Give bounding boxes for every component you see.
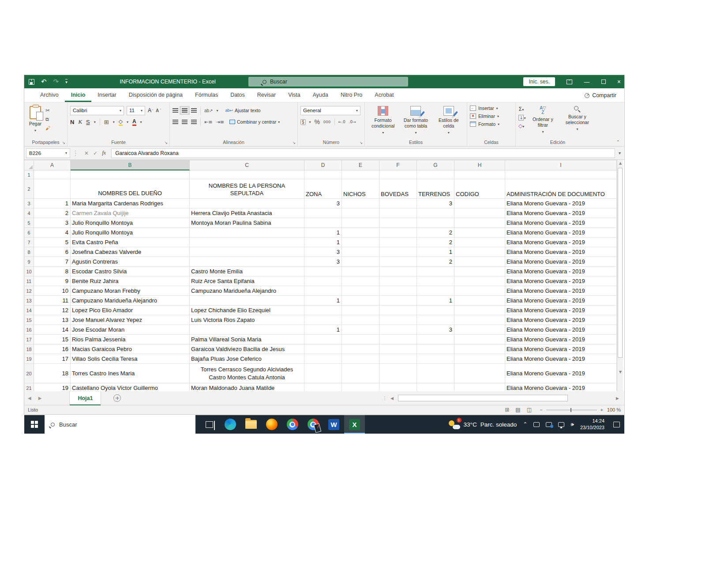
enter-icon[interactable]: ✓ [93, 150, 98, 156]
weather-widget[interactable]: 1 33°C Parc. soleado [449, 419, 517, 429]
cell-F10[interactable] [379, 267, 417, 276]
cell-C4[interactable]: Herrera Clavijo Petita Anastacia [190, 208, 304, 218]
cell-C1[interactable] [190, 170, 304, 179]
cell-E19[interactable] [342, 354, 379, 364]
cell-A17[interactable]: 15 [34, 335, 71, 344]
cell-G19[interactable] [417, 354, 454, 364]
volume-icon[interactable]: 🕪 [570, 421, 574, 427]
comma-style-icon[interactable]: 000 [323, 120, 331, 124]
cell-A21[interactable]: 19 [34, 383, 71, 391]
cell-F2[interactable]: BOVEDAS [379, 179, 417, 199]
cell-H7[interactable] [454, 238, 505, 247]
cell-E8[interactable] [342, 247, 379, 257]
name-box-dropdown-icon[interactable]: ▾ [65, 151, 67, 155]
row-header-10[interactable]: 10 [24, 267, 34, 276]
cell-C6[interactable] [190, 228, 304, 238]
align-bottom-icon[interactable] [191, 108, 197, 113]
cell-I20[interactable]: Eliana Moreno Guevara - 2019 [505, 364, 617, 383]
cell-G5[interactable] [417, 218, 454, 228]
cell-F6[interactable] [379, 228, 417, 238]
cell-H9[interactable] [454, 257, 505, 267]
cell-C15[interactable]: Luis Victoria Rios Zapato [190, 315, 304, 325]
cell-C9[interactable] [190, 257, 304, 267]
cell-A2[interactable] [34, 179, 71, 199]
cell-I11[interactable]: Eliana Moreno Guevara - 2019 [505, 276, 617, 286]
column-header-H[interactable]: H [454, 160, 505, 170]
cell-C16[interactable] [190, 325, 304, 335]
page-break-view-icon[interactable]: ◫ [527, 407, 532, 413]
cell-D14[interactable] [304, 306, 342, 315]
network-icon[interactable] [558, 422, 564, 427]
cell-E16[interactable] [342, 325, 379, 335]
cell-I4[interactable]: Eliana Moreno Guevara - 2019 [505, 208, 617, 218]
sheet-tab-hoja1[interactable]: Hoja1 [69, 391, 101, 405]
cell-H1[interactable] [454, 170, 505, 179]
hscroll-splitter[interactable]: ⋮ [383, 396, 387, 401]
cell-E15[interactable] [342, 315, 379, 325]
cell-G6[interactable]: 2 [417, 228, 454, 238]
cell-C13[interactable] [190, 296, 304, 306]
cell-E4[interactable] [342, 208, 379, 218]
new-sheet-icon[interactable]: + [113, 394, 121, 402]
collapse-ribbon-icon[interactable]: ⌃ [616, 140, 620, 144]
cell-H16[interactable] [454, 325, 505, 335]
row-header-2[interactable]: 2 [24, 179, 34, 199]
cell-A8[interactable]: 6 [34, 247, 71, 257]
cell-I15[interactable]: Eliana Moreno Guevara - 2019 [505, 315, 617, 325]
maximize-button[interactable] [601, 79, 606, 84]
cell-C20[interactable]: Torres Cerrasco Segundo Alciviades Castr… [190, 364, 304, 383]
cell-A1[interactable] [34, 170, 71, 179]
cell-D12[interactable] [304, 286, 342, 296]
page-layout-view-icon[interactable]: ▤ [515, 407, 520, 413]
zoom-out-icon[interactable]: − [540, 407, 542, 412]
zoom-slider[interactable] [546, 410, 597, 410]
cell-E6[interactable] [342, 228, 379, 238]
cell-G20[interactable] [417, 364, 454, 383]
orientation-icon[interactable]: ab↗ [204, 108, 213, 113]
row-header-20[interactable]: 20 [24, 364, 34, 383]
format-as-table-button[interactable]: Dar formato como tabla▾ [400, 105, 431, 138]
cell-H20[interactable] [454, 364, 505, 383]
cell-I9[interactable]: Eliana Moreno Guevara - 2019 [505, 257, 617, 267]
cell-E20[interactable] [342, 364, 379, 383]
cell-F3[interactable] [379, 199, 417, 208]
cell-D19[interactable] [304, 354, 342, 364]
cell-D15[interactable] [304, 315, 342, 325]
cell-I6[interactable]: Eliana Moreno Guevara - 2019 [505, 228, 617, 238]
cell-D5[interactable] [304, 218, 342, 228]
cell-B14[interactable]: Lopez Pico Elio Amador [71, 306, 190, 315]
sheet-nav-left-icon[interactable]: ◀ [24, 396, 35, 401]
hscroll-right-icon[interactable]: ▶ [616, 396, 619, 401]
sort-filter-button[interactable]: A▽Z Ordenar y filtrar▾ [525, 105, 560, 136]
cell-D2[interactable]: ZONA [304, 179, 342, 199]
action-center-icon[interactable] [613, 422, 620, 427]
cell-I21[interactable]: Eliana Moreno Guevara - 2019 [505, 383, 617, 391]
cell-B10[interactable]: Escodar Castro Silvia [71, 267, 190, 276]
font-size-select[interactable]: 11▾ [127, 106, 145, 115]
cell-B9[interactable]: Agustin Contreras [71, 257, 190, 267]
cell-H8[interactable] [454, 247, 505, 257]
cell-A12[interactable]: 10 [34, 286, 71, 296]
cell-A4[interactable]: 2 [34, 208, 71, 218]
chrome-button[interactable] [282, 415, 303, 434]
cell-A7[interactable]: 5 [34, 238, 71, 247]
cell-D11[interactable] [304, 276, 342, 286]
row-header-8[interactable]: 8 [24, 247, 34, 257]
cell-D18[interactable] [304, 344, 342, 354]
customize-qat-icon[interactable]: ▾ [65, 79, 68, 84]
cell-B19[interactable]: Villao Solis Cecilia Teresa [71, 354, 190, 364]
hscroll-left-icon[interactable]: ◀ [390, 396, 394, 401]
cell-D4[interactable] [304, 208, 342, 218]
find-select-button[interactable]: Buscar y seleccionar▾ [560, 105, 594, 133]
cell-E11[interactable] [342, 276, 379, 286]
cell-B7[interactable]: Evita Castro Peña [71, 238, 190, 247]
ribbon-tab-disposición-de-página[interactable]: Disposición de página [123, 88, 189, 102]
row-header-17[interactable]: 17 [24, 335, 34, 344]
cell-F20[interactable] [379, 364, 417, 383]
name-box[interactable]: B226▾ [26, 148, 70, 158]
cell-A19[interactable]: 17 [34, 354, 71, 364]
align-left-icon[interactable] [173, 120, 178, 124]
cell-H18[interactable] [454, 344, 505, 354]
row-header-5[interactable]: 5 [24, 218, 34, 228]
cell-H4[interactable] [454, 208, 505, 218]
